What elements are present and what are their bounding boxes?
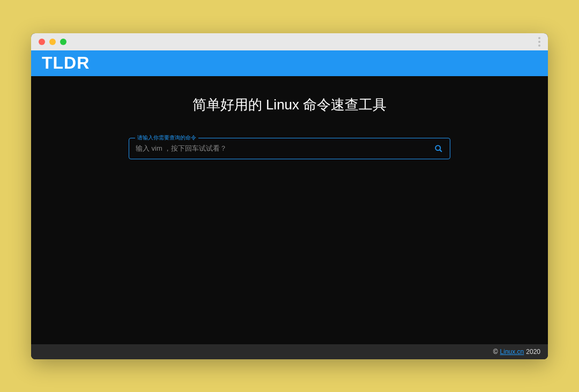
- main-content: 简单好用的 Linux 命令速查工具 请输入你需要查询的命令: [31, 76, 548, 344]
- svg-point-0: [435, 145, 440, 150]
- copyright-symbol: ©: [493, 348, 498, 356]
- search-input[interactable]: [136, 144, 434, 152]
- app-header: TLDR: [31, 50, 548, 76]
- browser-menu-button[interactable]: [538, 37, 540, 47]
- svg-line-1: [440, 150, 442, 152]
- browser-titlebar: [31, 33, 548, 50]
- footer-year: 2020: [526, 348, 540, 356]
- browser-window: TLDR 简单好用的 Linux 命令速查工具 请输入你需要查询的命令 © Li…: [31, 33, 548, 359]
- search-legend: 请输入你需要查询的命令: [135, 134, 198, 142]
- footer: © Linux.cn 2020: [31, 344, 548, 359]
- close-window-button[interactable]: [39, 39, 45, 45]
- minimize-window-button[interactable]: [49, 39, 56, 45]
- window-controls: [39, 39, 66, 45]
- page-title: 简单好用的 Linux 命令速查工具: [192, 95, 387, 114]
- search-wrapper: 请输入你需要查询的命令: [129, 138, 450, 159]
- footer-link[interactable]: Linux.cn: [500, 348, 524, 356]
- search-icon[interactable]: [434, 144, 443, 153]
- maximize-window-button[interactable]: [60, 39, 66, 45]
- logo: TLDR: [42, 53, 90, 73]
